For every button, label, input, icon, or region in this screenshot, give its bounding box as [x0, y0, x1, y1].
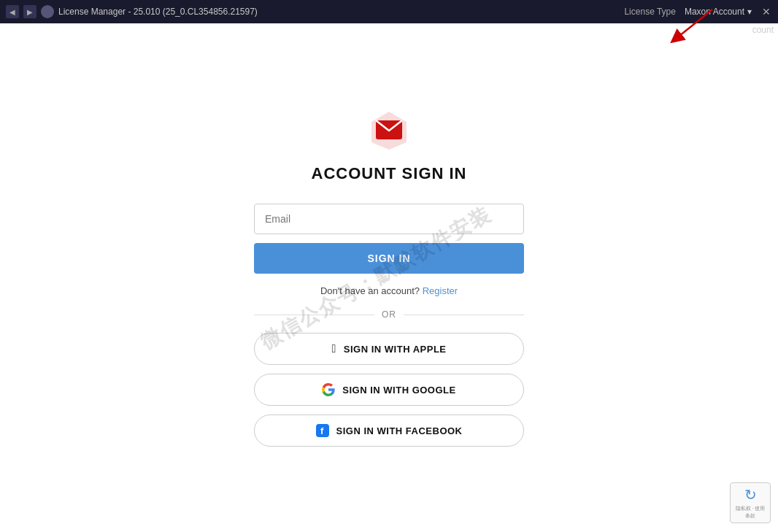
license-type-label: License Type	[624, 7, 676, 17]
divider-line-right	[404, 315, 524, 315]
title-bar-left: ◀ ▶ License Manager - 25.010 (25_0.CL354…	[6, 5, 258, 18]
close-icon: ✕	[762, 6, 771, 18]
count-badge: count	[748, 23, 778, 36]
recaptcha-icon: ↻	[744, 486, 757, 504]
nav-circle-button[interactable]	[41, 5, 54, 18]
form-container: SIGN IN Don't have an account? Register …	[254, 204, 524, 447]
apple-btn-label: SIGN IN WITH APPLE	[344, 344, 447, 355]
google-icon	[322, 383, 335, 396]
close-button[interactable]: ✕	[760, 6, 772, 18]
maxon-account-label: Maxon Account	[685, 7, 744, 17]
register-row: Don't have an account? Register	[320, 285, 458, 296]
recaptcha-badge: ↻ 隐私权 · 使用条款	[730, 482, 771, 523]
sign-in-button[interactable]: SIGN IN	[254, 243, 524, 274]
divider-row: OR	[254, 309, 524, 320]
title-bar: ◀ ▶ License Manager - 25.010 (25_0.CL354…	[0, 0, 778, 23]
title-bar-title: License Manager - 25.010 (25_0.CL354856.…	[58, 7, 258, 17]
title-bar-right: License Type Maxon Account ▾ ✕	[624, 6, 772, 18]
facebook-sign-in-button[interactable]: f SIGN IN WITH FACEBOOK	[254, 415, 524, 447]
apple-sign-in-button[interactable]:  SIGN IN WITH APPLE	[254, 333, 524, 365]
divider-text: OR	[382, 309, 396, 320]
main-content: 微信公众号：默默软件安装 ACCOUNT SIGN IN SIGN IN Don…	[0, 23, 778, 532]
email-input[interactable]	[254, 204, 524, 234]
recaptcha-text: 隐私权 · 使用条款	[733, 505, 767, 520]
divider-line-left	[254, 315, 374, 315]
no-account-text: Don't have an account?	[320, 285, 420, 296]
count-label: count	[752, 25, 774, 35]
facebook-btn-label: SIGN IN WITH FACEBOOK	[336, 425, 463, 436]
apple-icon: 	[331, 342, 336, 355]
maxon-account-button[interactable]: Maxon Account ▾	[685, 7, 752, 17]
facebook-icon: f	[316, 424, 329, 437]
google-sign-in-button[interactable]: SIGN IN WITH GOOGLE	[254, 374, 524, 406]
maxon-logo	[369, 109, 409, 150]
google-btn-label: SIGN IN WITH GOOGLE	[342, 385, 455, 396]
register-link[interactable]: Register	[423, 285, 458, 296]
nav-forward-button[interactable]: ▶	[23, 5, 36, 18]
dropdown-icon: ▾	[747, 7, 752, 17]
nav-back-button[interactable]: ◀	[6, 5, 19, 18]
sign-in-title: ACCOUNT SIGN IN	[312, 164, 467, 183]
